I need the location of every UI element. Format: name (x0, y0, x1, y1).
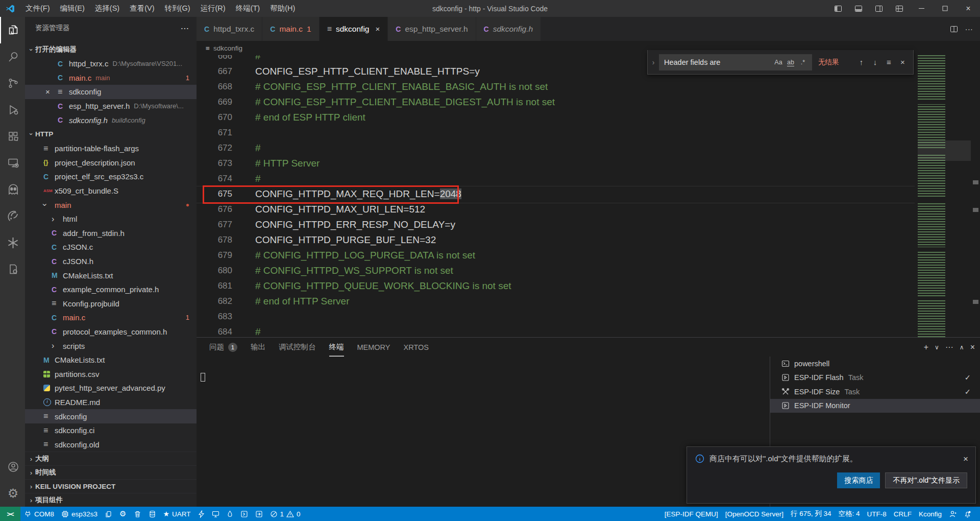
tree-item[interactable]: partitions.csv (25, 367, 197, 381)
qemu-item[interactable]: [ESP-IDF QEMU] (661, 507, 722, 521)
code-editor[interactable]: 666 # 667 CONFIG_ESP_HTTP_CLIENT_ENABLE_… (197, 55, 980, 337)
notifications-bell-item[interactable] (960, 507, 975, 521)
tree-item[interactable]: cJSON.h (25, 254, 197, 269)
tree-item[interactable]: Kconfig.projbuild (25, 297, 197, 311)
panel-tab[interactable]: 输出 (251, 338, 265, 357)
remote-explorer-icon[interactable] (0, 150, 25, 176)
search-marketplace-button[interactable]: 搜索商店 (837, 472, 880, 488)
find-in-selection-icon[interactable]: ≡ (883, 58, 895, 66)
panel-tab[interactable]: 问题 1 (209, 338, 237, 357)
tree-item[interactable]: project_description.json (25, 156, 197, 170)
dont-show-again-button[interactable]: 不再对".old"文件显示 (885, 472, 967, 488)
settings-gear-icon[interactable]: ⚙ (0, 480, 25, 507)
tab-esp-http-server[interactable]: esp_http_server.h (388, 17, 476, 41)
menu-item[interactable]: 查看(V) (125, 4, 159, 12)
toggle-panel-icon[interactable] (848, 0, 869, 17)
terminal-dropdown-icon[interactable]: ∨ (935, 344, 939, 351)
minimize-button[interactable] (910, 0, 933, 17)
serial-port-item[interactable]: COM8 (20, 507, 58, 521)
menu-item[interactable]: 编辑(E) (55, 4, 90, 12)
editor-more-actions-icon[interactable]: ··· (965, 25, 973, 34)
tree-item[interactable]: partition-table-flash_args (25, 141, 197, 156)
close-notification-icon[interactable]: × (963, 454, 968, 464)
minimap[interactable] (918, 55, 971, 337)
open-editor-item[interactable]: main.c main 1 (25, 71, 197, 85)
tree-item[interactable]: sdkconfig.old (25, 437, 197, 452)
build-task-item[interactable] (237, 507, 252, 521)
tree-item[interactable]: README.md (25, 395, 197, 410)
cursor-position-item[interactable]: 行 675, 列 34 (787, 507, 835, 521)
tree-item[interactable]: pytest_http_server_advanced.py (25, 381, 197, 395)
tree-item[interactable]: scripts (25, 339, 197, 353)
tree-item[interactable]: x509_crt_bundle.S (25, 184, 197, 198)
wokwi-simulator-icon[interactable] (0, 176, 25, 203)
extensions-icon[interactable] (0, 123, 25, 150)
toggle-secondary-sidebar-icon[interactable] (869, 0, 889, 17)
open-editor-item-active[interactable]: × sdkconfig (25, 85, 197, 99)
close-icon[interactable]: × (45, 87, 50, 96)
monitor-item[interactable] (208, 507, 223, 521)
match-case-icon[interactable]: Aa (772, 59, 785, 66)
sidebar-section-collapsed[interactable]: › 大纲 (25, 452, 197, 465)
menu-item[interactable]: 终端(T) (231, 4, 265, 12)
close-find-icon[interactable]: × (896, 58, 909, 66)
tree-item[interactable]: protocol_examples_common.h (25, 325, 197, 339)
feedback-item[interactable] (945, 507, 960, 521)
tree-item[interactable]: sdkconfig (25, 409, 197, 423)
panel-tab[interactable]: 调试控制台 (279, 338, 316, 357)
tab-sdkconfig-h[interactable]: sdkconfig.h (476, 17, 542, 41)
menu-item[interactable]: 运行(R) (195, 4, 230, 12)
find-expand-icon[interactable]: › (648, 58, 659, 66)
tree-item[interactable]: CMakeLists.txt (25, 353, 197, 367)
terminal-item-flash-task[interactable]: ESP-IDF Flash Task ✓ (770, 371, 980, 385)
flame-item[interactable] (223, 507, 237, 521)
new-terminal-icon[interactable]: + (924, 343, 928, 352)
espressif-icon[interactable] (0, 203, 25, 229)
device-target-item[interactable]: esp32s3 (58, 507, 101, 521)
terminal-item-monitor[interactable]: ESP-IDF Monitor (770, 399, 980, 413)
search-icon[interactable] (0, 43, 25, 70)
remote-indicator[interactable]: >< (0, 507, 20, 521)
tree-item[interactable]: addr_from_stdin.h (25, 226, 197, 241)
panel-tab[interactable]: MEMORY (357, 338, 390, 357)
menu-item[interactable]: 帮助(H) (265, 4, 300, 12)
tree-item[interactable]: example_common_private.h (25, 282, 197, 297)
minimap-slider[interactable] (918, 140, 971, 161)
close-panel-icon[interactable]: × (970, 343, 975, 352)
sidebar-section-collapsed[interactable]: › 项目组件 (25, 493, 197, 507)
panel-more-actions-icon[interactable]: ··· (945, 343, 953, 352)
encoding-item[interactable]: UTF-8 (863, 507, 890, 521)
terminal-output[interactable] (197, 357, 770, 507)
regex-icon[interactable]: .* (797, 59, 809, 66)
terminal-item-size-task[interactable]: ESP-IDF Size Task ✓ (770, 385, 980, 399)
menu-item[interactable]: 文件(F) (20, 4, 55, 12)
close-button[interactable]: × (957, 0, 980, 17)
eol-item[interactable]: CRLF (890, 507, 915, 521)
launch-task-item[interactable] (252, 507, 266, 521)
tree-item[interactable]: sdkconfig.ci (25, 423, 197, 438)
split-editor-icon[interactable] (950, 25, 958, 33)
language-mode-item[interactable]: Kconfig (915, 507, 945, 521)
panel-tab[interactable]: 终端 (329, 338, 344, 357)
explorer-icon[interactable] (0, 17, 25, 43)
sidebar-section-collapsed[interactable]: › KEIL UVISION PROJECT (25, 479, 197, 493)
customize-layout-icon[interactable] (889, 0, 910, 17)
menu-item[interactable]: 选择(S) (90, 4, 125, 12)
next-match-icon[interactable]: ↓ (869, 58, 881, 66)
sidebar-section-collapsed[interactable]: › 时间线 (25, 465, 197, 479)
close-icon[interactable]: × (375, 25, 380, 33)
indentation-item[interactable]: 空格: 4 (835, 507, 863, 521)
tab-sdkconfig[interactable]: sdkconfig × (320, 17, 388, 41)
tree-item[interactable]: CMakeLists.txt (25, 268, 197, 282)
tree-item[interactable]: html (25, 212, 197, 226)
terminal-item-powershell[interactable]: powershell (770, 357, 980, 371)
sidebar-more-actions-icon[interactable]: ··· (181, 25, 190, 32)
openocd-item[interactable]: [OpenOCD Server] (722, 507, 787, 521)
tree-item[interactable]: main ● (25, 198, 197, 212)
open-editor-item[interactable]: httpd_txrx.c D:\Mysoftware\VS201... (25, 57, 197, 71)
menu-item[interactable]: 转到(G) (160, 4, 195, 12)
folder-section[interactable]: › HTTP (25, 127, 197, 141)
whole-word-icon[interactable]: ab (785, 59, 797, 66)
maximize-panel-icon[interactable]: ∧ (960, 344, 964, 351)
tab-httpd-txrx[interactable]: httpd_txrx.c (197, 17, 262, 41)
